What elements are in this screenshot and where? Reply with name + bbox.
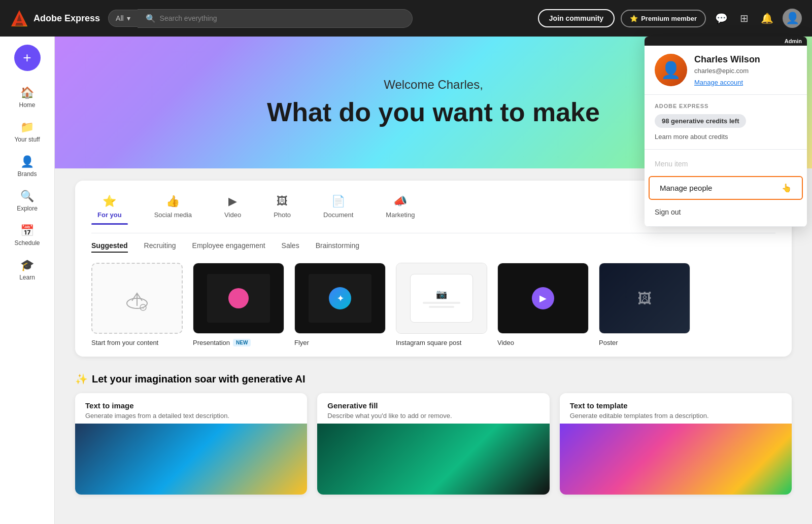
ai-icon: ✨ — [75, 373, 88, 385]
template-thumb-instagram: 📷 — [396, 263, 487, 334]
premium-member-button[interactable]: ⭐ Premium member — [621, 10, 706, 27]
upload-icon-wrap: + — [122, 283, 152, 313]
template-presentation[interactable]: Presentation NEW — [193, 263, 284, 346]
learn-more-credits-link[interactable]: Learn more about credits — [655, 133, 728, 141]
photo-icon: 🖼 — [277, 195, 288, 208]
template-thumb-upload: + — [91, 263, 183, 334]
hero-title: What do you want to make — [267, 97, 600, 127]
sidebar-item-schedule-label: Schedule — [14, 239, 40, 247]
filter-sales[interactable]: Sales — [282, 241, 299, 253]
manage-account-link[interactable]: Manage account — [694, 79, 760, 86]
sidebar-item-your-stuff-label: Your stuff — [14, 136, 40, 143]
ai-section-title: ✨ Let your imagination soar with generat… — [75, 373, 792, 385]
template-video[interactable]: ▶ Video — [497, 263, 589, 346]
adobe-express-label: ADOBE EXPRESS — [655, 103, 797, 109]
sidebar-item-learn[interactable]: 🎓 Learn — [5, 254, 50, 286]
ai-section: ✨ Let your imagination soar with generat… — [75, 373, 792, 495]
filter-brainstorming[interactable]: Brainstorming — [316, 241, 359, 253]
tab-photo[interactable]: 🖼 Photo — [267, 191, 297, 223]
ai-card-text-to-image-desc: Generate images from a detailed text des… — [85, 412, 297, 420]
notifications-button[interactable]: 🔔 — [758, 9, 776, 27]
ai-card-text-to-image-title: Text to image — [85, 401, 297, 410]
profile-avatar: 👤 — [655, 54, 687, 86]
comments-button[interactable]: 💬 — [712, 9, 731, 27]
tab-video-label: Video — [224, 211, 241, 219]
bell-icon: 🔔 — [761, 12, 773, 24]
user-avatar-button[interactable]: 👤 — [783, 9, 802, 28]
template-poster[interactable]: 🖼 Poster — [599, 263, 690, 346]
ai-card-generative-fill[interactable]: Generative fill Describe what you'd like… — [317, 393, 549, 495]
ai-card-generative-fill-desc: Describe what you'd like to add or remov… — [327, 412, 539, 420]
manage-people-button[interactable]: Manage people 👆 — [649, 176, 803, 200]
profile-email: charles@epic.com — [694, 67, 760, 75]
apps-button[interactable]: ⊞ — [737, 9, 752, 27]
ai-card-text-to-template-title: Text to template — [570, 401, 782, 410]
app-name: Adobe Express — [33, 13, 100, 24]
profile-name: Charles Wilson — [694, 54, 760, 65]
filter-recruiting[interactable]: Recruiting — [144, 241, 176, 253]
upload-cloud-icon: + — [122, 283, 152, 313]
sidebar-item-home[interactable]: 🏠 Home — [5, 81, 50, 114]
add-button[interactable]: + — [14, 45, 41, 71]
filter-row: Suggested Recruiting Employee engagement… — [91, 233, 775, 253]
marketing-icon: 📣 — [393, 195, 407, 208]
tab-social-media-label: Social media — [154, 211, 192, 219]
tab-for-you[interactable]: ⭐ For you — [91, 191, 128, 223]
ai-card-text-to-image[interactable]: Text to image Generate images from a det… — [75, 393, 307, 495]
sidebar-item-your-stuff[interactable]: 📁 Your stuff — [5, 116, 50, 148]
search-input-wrap: 🔍 — [138, 9, 413, 28]
sidebar-item-schedule[interactable]: 📅 Schedule — [5, 219, 50, 252]
tab-document-label: Document — [323, 211, 353, 219]
tab-video[interactable]: ▶ Video — [218, 191, 247, 223]
ai-card-generative-fill-header: Generative fill Describe what you'd like… — [317, 393, 549, 424]
svg-text:+: + — [142, 306, 145, 310]
sidebar-item-learn-label: Learn — [19, 274, 35, 281]
sign-out-button[interactable]: Sign out — [645, 202, 807, 222]
template-label-flyer: Flyer — [294, 339, 386, 346]
video-icon: ▶ — [228, 195, 237, 208]
tab-social-media[interactable]: 👍 Social media — [148, 191, 198, 223]
learn-icon: 🎓 — [20, 259, 34, 272]
profile-section: 👤 Charles Wilson charles@epic.com Manage… — [645, 46, 807, 95]
star-icon: ⭐ — [103, 195, 116, 208]
ai-card-text-to-template[interactable]: Text to template Generate editable templ… — [560, 393, 792, 495]
filter-suggested[interactable]: Suggested — [91, 241, 128, 253]
credits-badge: 98 generative credits left — [655, 114, 746, 128]
join-community-button[interactable]: Join community — [538, 9, 615, 27]
play-icon: ▶ — [532, 287, 554, 309]
apps-icon: ⊞ — [740, 12, 749, 24]
sidebar-item-explore[interactable]: 🔍 Explore — [5, 185, 50, 217]
template-start-from-content[interactable]: + Start from your content — [91, 263, 183, 346]
svg-rect-6 — [14, 21, 24, 23]
user-dropdown-panel: Admin 👤 Charles Wilson charles@epic.com … — [645, 37, 807, 227]
admin-badge: Admin — [645, 37, 807, 46]
template-label-video: Video — [497, 339, 589, 346]
tab-document[interactable]: 📄 Document — [317, 191, 359, 223]
schedule-icon: 📅 — [20, 224, 34, 237]
template-label-poster: Poster — [599, 339, 690, 346]
chevron-down-icon: ▾ — [127, 14, 130, 22]
template-flyer[interactable]: ✦ Flyer — [294, 263, 386, 346]
ai-card-generative-fill-title: Generative fill — [327, 401, 539, 410]
tab-marketing[interactable]: 📣 Marketing — [380, 191, 421, 223]
template-thumb-flyer: ✦ — [294, 263, 386, 334]
search-icon: 🔍 — [146, 14, 156, 23]
sidebar-item-brands[interactable]: 👤 Brands — [5, 150, 50, 183]
sidebar-item-explore-label: Explore — [17, 205, 38, 212]
tab-marketing-label: Marketing — [386, 211, 415, 219]
template-thumb-presentation — [193, 263, 284, 334]
top-navigation: Adobe Express All ▾ 🔍 Join community ⭐ P… — [0, 0, 812, 37]
search-filter-dropdown[interactable]: All ▾ — [108, 10, 138, 27]
credits-section: ADOBE EXPRESS 98 generative credits left… — [645, 95, 807, 150]
ai-card-text-to-image-img — [75, 424, 307, 495]
search-input[interactable] — [160, 14, 404, 22]
sidebar-item-brands-label: Brands — [17, 170, 37, 178]
menu-item-placeholder: Menu item — [645, 154, 807, 174]
ai-card-generative-fill-img — [317, 424, 549, 495]
ai-cards-row: Text to image Generate images from a det… — [75, 393, 792, 495]
template-label-instagram: Instagram square post — [396, 339, 487, 346]
folder-icon: 📁 — [20, 121, 34, 134]
search-filter-label: All — [116, 14, 124, 22]
template-instagram[interactable]: 📷 Instagram square post — [396, 263, 487, 346]
filter-employee-engagement[interactable]: Employee engagement — [192, 241, 265, 253]
